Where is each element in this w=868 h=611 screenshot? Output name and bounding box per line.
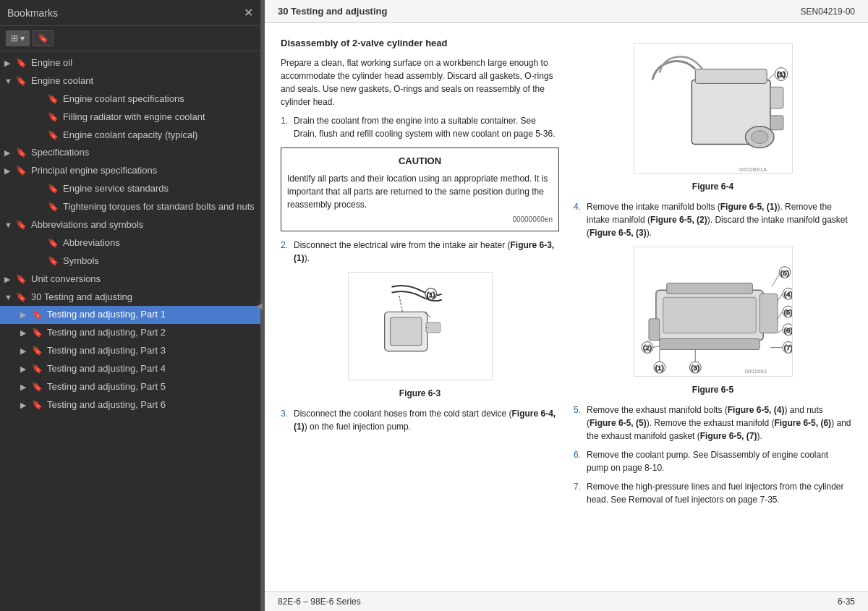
- document-footer: 82E-6 – 98E-6 Series 6-35: [265, 591, 868, 611]
- sidebar-item-principal-engine[interactable]: ▶ 🔖 Principal engine specifications: [0, 162, 260, 180]
- bookmark-icon: 🔖: [16, 220, 27, 231]
- bookmark-icon: 🔖: [48, 130, 59, 142]
- figure-6-3-container: (1) Figure 6-3: [281, 272, 559, 400]
- document-header: 30 Testing and adjusting SEN04219-00: [265, 0, 868, 23]
- svg-point-13: [751, 131, 768, 144]
- sidebar-item-label: Engine oil: [31, 57, 256, 69]
- figure-6-4-container: (1) 00D2B81A Figure 6-4: [574, 43, 852, 193]
- bookmark-icon: 🔖: [32, 328, 43, 339]
- svg-line-26: [772, 275, 779, 287]
- sidebar-item-label: Testing and adjusting, Part 5: [47, 381, 256, 393]
- bookmark-icon: 🔖: [48, 184, 59, 195]
- svg-text:(5): (5): [783, 308, 792, 316]
- step-num: 1.: [281, 114, 294, 140]
- sidebar-header: Bookmarks ✕: [0, 0, 260, 26]
- bookmark-icon: 🔖: [16, 148, 27, 159]
- expand-arrow-icon: ▶: [20, 400, 32, 410]
- sidebar-item-unit-conversions[interactable]: ▶ 🔖 Unit conversions: [0, 270, 260, 289]
- sidebar-item-label: Tightening torques for standard bolts an…: [63, 201, 256, 213]
- expand-arrow-icon: ▶: [20, 328, 32, 338]
- step-content: Remove the intake manifold bolts (Figure…: [587, 200, 852, 239]
- expand-arrow-icon: ▶: [4, 166, 16, 176]
- sidebar-item-abbreviations[interactable]: ▶ 🔖 Abbreviations: [0, 234, 260, 252]
- caution-code: 00000060en: [287, 214, 553, 225]
- sidebar-item-engine-coolant-specs[interactable]: ▶ 🔖 Engine coolant specifications: [0, 90, 260, 108]
- figure-6-4-engine-diagram: (1) 00D2B81A: [634, 43, 793, 174]
- sidebar-item-engine-coolant[interactable]: ▼ 🔖 Engine coolant: [0, 72, 260, 90]
- sidebar-item-engine-service-standards[interactable]: ▶ 🔖 Engine service standards: [0, 180, 260, 198]
- sidebar-item-label: Testing and adjusting, Part 2: [47, 327, 256, 339]
- sidebar-title: Bookmarks: [7, 7, 58, 19]
- footer-left: 82E-6 – 98E-6 Series: [278, 597, 361, 607]
- close-button[interactable]: ✕: [244, 6, 253, 20]
- svg-line-29: [778, 294, 783, 301]
- bookmark-view-button[interactable]: 🔖: [33, 30, 54, 46]
- bookmark-icon: 🔖: [16, 58, 27, 69]
- step-content: Remove the coolant pump. See Disassembly…: [587, 448, 852, 474]
- panel-resizer[interactable]: [260, 0, 265, 611]
- svg-text:0001662: 0001662: [744, 368, 767, 375]
- svg-text:(1): (1): [426, 291, 435, 299]
- step-3: 3. Disconnect the coolant hoses from the…: [281, 407, 559, 433]
- sidebar-item-tightening-torques[interactable]: ▶ 🔖 Tightening torques for standard bolt…: [0, 198, 260, 216]
- svg-text:(6): (6): [783, 326, 792, 334]
- step-num: 4.: [574, 200, 587, 239]
- sidebar-item-testing-part4[interactable]: ▶ 🔖 Testing and adjusting, Part 4: [0, 360, 260, 378]
- sidebar-item-testing-part1[interactable]: ▶ 🔖 Testing and adjusting, Part 1: [0, 306, 260, 324]
- sidebar-item-label: Abbreviations: [63, 237, 256, 249]
- svg-rect-9: [695, 69, 767, 84]
- svg-rect-21: [760, 294, 778, 333]
- figure-3-label: Figure 6-3: [281, 387, 559, 400]
- bookmark-icon: 🔖: [32, 346, 43, 357]
- expand-arrow-icon: ▼: [4, 292, 16, 302]
- step-content: Disconnect the coolant hoses from the co…: [294, 407, 559, 433]
- footer-right: 6-35: [838, 597, 855, 607]
- sidebar-item-testing-adjusting-30[interactable]: ▼ 🔖 30 Testing and adjusting: [0, 289, 260, 307]
- bookmark-icon: 🔖: [16, 274, 27, 286]
- doc-header-right: SEN04219-00: [801, 7, 855, 17]
- step-7: 7. Remove the high-pressure lines and fu…: [574, 480, 852, 506]
- svg-rect-10: [770, 87, 783, 108]
- caution-title: CAUTION: [287, 154, 553, 168]
- bookmark-icon: 🔖: [38, 33, 48, 43]
- sidebar-item-testing-part2[interactable]: ▶ 🔖 Testing and adjusting, Part 2: [0, 324, 260, 342]
- bookmark-icon: 🔖: [16, 76, 27, 87]
- sidebar-item-testing-part6[interactable]: ▶ 🔖 Testing and adjusting, Part 6: [0, 396, 260, 414]
- sidebar-item-filling-radiator[interactable]: ▶ 🔖 Filling radiator with engine coolant: [0, 108, 260, 127]
- sidebar-item-label: Testing and adjusting, Part 4: [47, 363, 256, 375]
- sidebar-item-abbreviations-symbols[interactable]: ▼ 🔖 Abbreviations and symbols: [0, 216, 260, 234]
- expand-arrow-icon: ▶: [20, 382, 32, 392]
- main-content: 30 Testing and adjusting SEN04219-00 Dis…: [265, 0, 868, 611]
- sidebar-item-label: Testing and adjusting, Part 6: [47, 399, 256, 411]
- sidebar-tree: ▶ 🔖 Engine oil ▼ 🔖 Engine coolant ▶ 🔖 En…: [0, 51, 260, 611]
- sidebar: Bookmarks ✕ ⊞ ▾ 🔖 ▶ 🔖 Engine oil ▼ 🔖 Eng…: [0, 0, 260, 611]
- sidebar-item-coolant-capacity[interactable]: ▶ 🔖 Engine coolant capacity (typical): [0, 127, 260, 145]
- sidebar-item-label: Engine service standards: [63, 183, 256, 195]
- caution-text: Identify all parts and their location us…: [287, 172, 553, 211]
- sidebar-item-testing-part3[interactable]: ▶ 🔖 Testing and adjusting, Part 3: [0, 342, 260, 360]
- step-1: 1. Drain the coolant from the engine int…: [281, 114, 559, 140]
- sidebar-item-symbols[interactable]: ▶ 🔖 Symbols: [0, 252, 260, 270]
- sidebar-item-label: 30 Testing and adjusting: [31, 291, 256, 304]
- svg-rect-6: [425, 322, 440, 333]
- bookmark-icon: 🔖: [48, 238, 59, 249]
- svg-rect-20: [666, 283, 752, 294]
- svg-line-41: [652, 346, 659, 347]
- figure-6-5-container: (5) (4) (5) (6): [574, 247, 852, 396]
- view-button[interactable]: ⊞ ▾: [6, 30, 30, 46]
- expand-arrow-icon: ▶: [4, 148, 16, 158]
- svg-line-32: [778, 312, 783, 319]
- sidebar-item-engine-oil[interactable]: ▶ 🔖 Engine oil: [0, 54, 260, 72]
- bookmark-icon: 🔖: [32, 364, 43, 375]
- sidebar-item-specifications[interactable]: ▶ 🔖 Specifications: [0, 144, 260, 162]
- svg-rect-1: [390, 317, 421, 345]
- grid-icon: ⊞: [11, 33, 18, 43]
- bookmark-icon: 🔖: [32, 309, 43, 321]
- step-num: 3.: [281, 407, 294, 433]
- step-2: 2. Disconnect the electrical wire from t…: [281, 239, 559, 265]
- svg-text:(7): (7): [783, 343, 792, 351]
- sidebar-item-testing-part5[interactable]: ▶ 🔖 Testing and adjusting, Part 5: [0, 378, 260, 396]
- figure-6-5-diagram: (5) (4) (5) (6): [634, 247, 793, 377]
- svg-text:(5): (5): [780, 269, 788, 277]
- sidebar-item-label: Principal engine specifications: [31, 165, 256, 177]
